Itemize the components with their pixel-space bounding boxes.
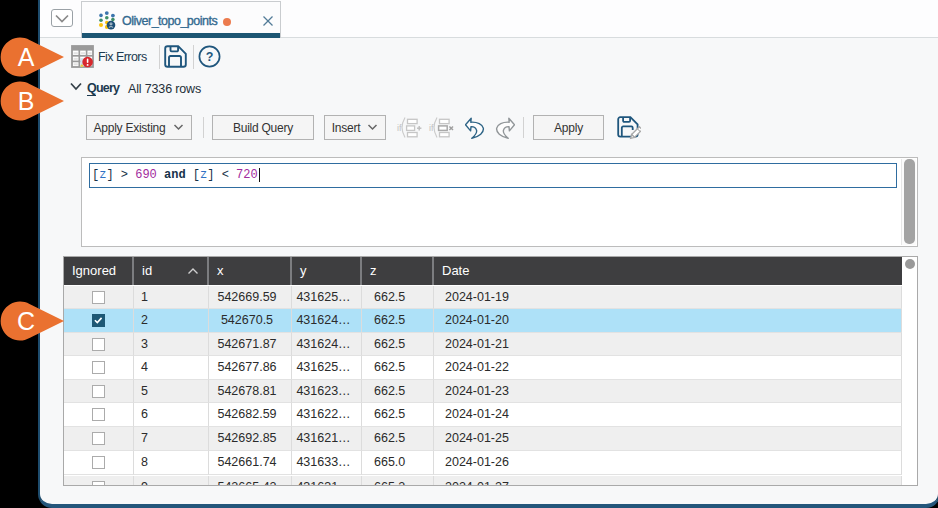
svg-text:?: ? bbox=[206, 50, 214, 64]
svg-text:B: B bbox=[18, 87, 35, 115]
svg-text:if: if bbox=[429, 123, 434, 133]
svg-text:C: C bbox=[17, 307, 35, 335]
svg-text:A: A bbox=[18, 43, 35, 71]
svg-text:if: if bbox=[397, 123, 402, 133]
